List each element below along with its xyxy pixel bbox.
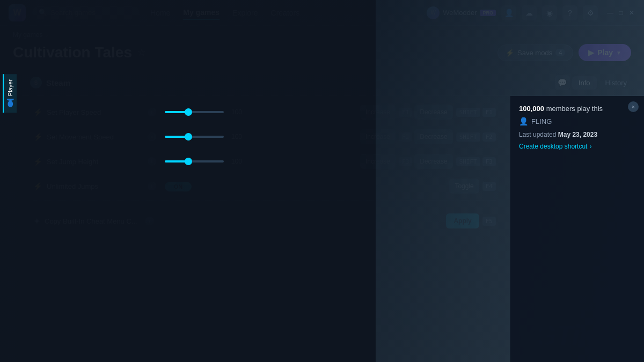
shortcut-label: Create desktop shortcut [519,143,587,150]
desktop-shortcut-link[interactable]: Create desktop shortcut › [519,143,635,150]
sidebar-tab-label: Player [7,79,13,96]
player-icon: 👤 [6,98,14,107]
slider-thumb-3[interactable] [185,158,192,165]
sidebar-tab-player[interactable]: 👤 Player [3,74,17,113]
author-row: 👤 FLING [519,117,635,125]
info-panel: × 100,000 members play this 👤 FLING Last… [510,96,644,362]
slider-track-1[interactable] [165,111,224,113]
last-updated: Last updated May 23, 2023 [519,131,635,138]
members-suffix: members play this [546,105,603,113]
members-number: 100,000 [519,105,544,113]
shortcut-arrow-icon: › [589,143,591,150]
last-updated-date: May 23, 2023 [558,131,597,138]
slider-track-3[interactable] [165,160,224,162]
slider-track-2[interactable] [165,136,224,138]
last-updated-prefix: Last updated [519,131,558,138]
slider-thumb-1[interactable] [185,108,192,116]
members-count: 100,000 members play this [519,105,635,113]
slider-thumb-2[interactable] [185,133,192,141]
info-panel-close-btn[interactable]: × [628,101,639,112]
author-name: FLING [531,117,552,125]
author-icon: 👤 [519,117,528,125]
